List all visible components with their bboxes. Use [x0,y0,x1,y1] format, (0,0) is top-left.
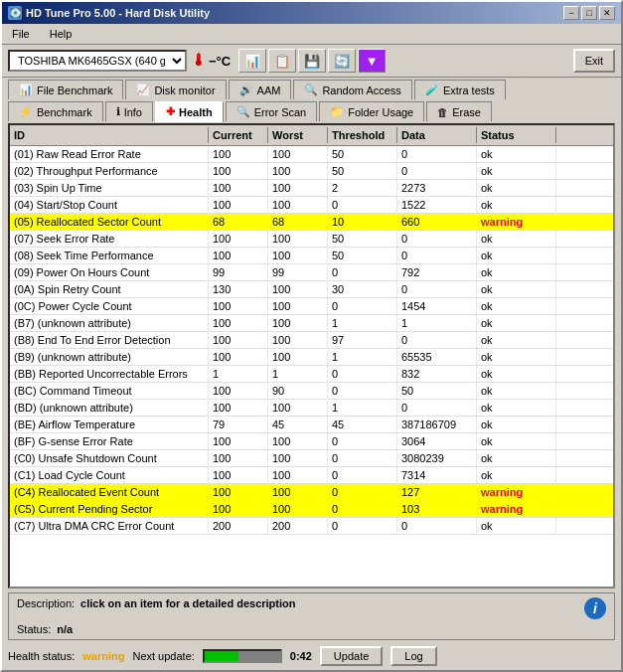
table-row[interactable]: (BC) Command Timeout10090050ok [10,383,613,400]
cell-5: ok [477,163,556,179]
title-buttons: − □ ✕ [563,6,615,20]
tab-folder-usage[interactable]: 📁 Folder Usage [319,101,424,121]
cell-4: 3080239 [397,450,477,466]
cell-0: (03) Spin Up Time [10,180,209,196]
table-row[interactable]: (01) Raw Read Error Rate100100500ok [10,146,613,163]
toolbar-btn-4[interactable]: 🔄 [328,49,356,73]
cell-5: ok [477,383,556,399]
cell-5: ok [477,264,556,280]
table-row[interactable]: (09) Power On Hours Count99990792ok [10,264,613,281]
menu-file[interactable]: File [6,26,36,42]
table-row[interactable]: (B8) End To End Error Detection100100970… [10,332,613,349]
table-row[interactable]: (05) Reallocated Sector Count686810660wa… [10,214,613,231]
cell-4: 7314 [397,467,477,483]
cell-3: 50 [328,231,397,247]
cell-0: (04) Start/Stop Count [10,197,209,213]
cell-2: 100 [268,332,328,348]
menu-help[interactable]: Help [44,26,78,42]
cell-3: 10 [328,214,397,230]
table-row[interactable]: (0A) Spin Retry Count130100300ok [10,281,613,298]
cell-1: 100 [209,315,268,331]
table-row[interactable]: (B7) (unknown attribute)10010011ok [10,315,613,332]
status-value: n/a [57,623,73,635]
log-button[interactable]: Log [390,646,436,666]
cell-3: 0 [328,197,397,213]
table-row[interactable]: (C7) Ultra DMA CRC Error Count20020000ok [10,518,613,535]
cell-3: 97 [328,332,397,348]
table-row[interactable]: (BF) G-sense Error Rate10010003064ok [10,433,613,450]
minimize-button[interactable]: − [563,6,579,20]
cell-5: ok [477,315,556,331]
table-row[interactable]: (08) Seek Time Performance100100500ok [10,248,613,264]
tab-health[interactable]: ✚ Health [155,101,224,122]
cell-0: (BD) (unknown attribute) [10,400,209,416]
cell-5: ok [477,400,556,416]
cell-4: 0 [397,231,477,247]
exit-button[interactable]: Exit [573,49,615,73]
close-button[interactable]: ✕ [599,6,615,20]
cell-3: 1 [328,315,397,331]
cell-0: (C4) Reallocated Event Count [10,484,209,500]
tab-extra-tests[interactable]: 🧪 Extra tests [414,80,506,99]
cell-1: 100 [209,349,268,365]
tab-disk-monitor-label: Disk monitor [154,84,215,96]
tab-random-access[interactable]: 🔍 Random Access [293,80,411,99]
tab-info[interactable]: ℹ Info [105,101,153,121]
progress-bar [203,649,282,663]
cell-1: 200 [209,518,268,534]
cell-1: 100 [209,501,268,517]
table-row[interactable]: (C0) Unsafe Shutdown Count10010003080239… [10,450,613,467]
tab-file-benchmark-label: File Benchmark [37,84,112,96]
toolbar-btn-2[interactable]: 📋 [268,49,296,73]
cell-5: ok [477,146,556,162]
toolbar: TOSHIBA MK6465GSX (640 gB) 🌡 −°C 📊 📋 💾 🔄… [2,45,621,78]
tab-disk-monitor[interactable]: 📈 Disk monitor [125,80,226,99]
table-row[interactable]: (03) Spin Up Time10010022273ok [10,180,613,197]
cell-5: ok [477,180,556,196]
tab-benchmark[interactable]: ⚡ Benchmark [8,101,103,121]
table-body: (01) Raw Read Error Rate100100500ok(02) … [10,146,613,587]
maximize-button[interactable]: □ [581,6,597,20]
cell-1: 100 [209,197,268,213]
tab-erase[interactable]: 🗑 Erase [426,101,492,121]
table-row[interactable]: (BE) Airflow Temperature794545387186709o… [10,417,613,433]
countdown-value: 0:42 [290,650,312,662]
cell-1: 100 [209,433,268,449]
cell-3: 50 [328,163,397,179]
cell-3: 50 [328,146,397,162]
info-circle-icon[interactable]: i [584,597,606,619]
disk-dropdown[interactable]: TOSHIBA MK6465GSX (640 gB) [8,50,187,72]
cell-4: 3064 [397,433,477,449]
toolbar-btn-5[interactable]: ▼ [358,49,386,73]
table-row[interactable]: (C5) Current Pending Sector1001000103war… [10,501,613,518]
cell-2: 100 [268,349,328,365]
toolbar-btn-1[interactable]: 📊 [238,49,266,73]
tabs-row2: ⚡ Benchmark ℹ Info ✚ Health 🔍 Error Scan… [2,99,621,121]
cell-0: (BB) Reported Uncorrectable Errors [10,366,209,382]
table-row[interactable]: (BB) Reported Uncorrectable Errors110832… [10,366,613,383]
cell-5: ok [477,467,556,483]
col-threshold: Threshold [328,127,397,143]
update-button[interactable]: Update [320,646,383,666]
table-row[interactable]: (C4) Reallocated Event Count1001000127wa… [10,484,613,501]
cell-4: 0 [397,332,477,348]
table-row[interactable]: (BD) (unknown attribute)10010010ok [10,400,613,417]
cell-4: 832 [397,366,477,382]
toolbar-btn-3[interactable]: 💾 [298,49,326,73]
tab-aam[interactable]: 🔊 AAM [229,80,292,99]
cell-3: 0 [328,518,397,534]
next-update-label: Next update: [132,650,194,662]
table-row[interactable]: (0C) Power Cycle Count10010001454ok [10,298,613,315]
table-row[interactable]: (07) Seek Error Rate100100500ok [10,231,613,248]
table-row[interactable]: (02) Throughput Performance100100500ok [10,163,613,180]
tab-file-benchmark[interactable]: 📊 File Benchmark [8,80,123,99]
table-row[interactable]: (C1) Load Cycle Count10010007314ok [10,467,613,484]
cell-0: (BE) Airflow Temperature [10,417,209,432]
cell-0: (0C) Power Cycle Count [10,298,209,314]
cell-1: 100 [209,248,268,263]
cell-3: 0 [328,298,397,314]
table-row[interactable]: (B9) (unknown attribute)100100165535ok [10,349,613,366]
tab-error-scan[interactable]: 🔍 Error Scan [226,101,318,121]
file-benchmark-icon: 📊 [19,84,33,96]
table-row[interactable]: (04) Start/Stop Count10010001522ok [10,197,613,214]
